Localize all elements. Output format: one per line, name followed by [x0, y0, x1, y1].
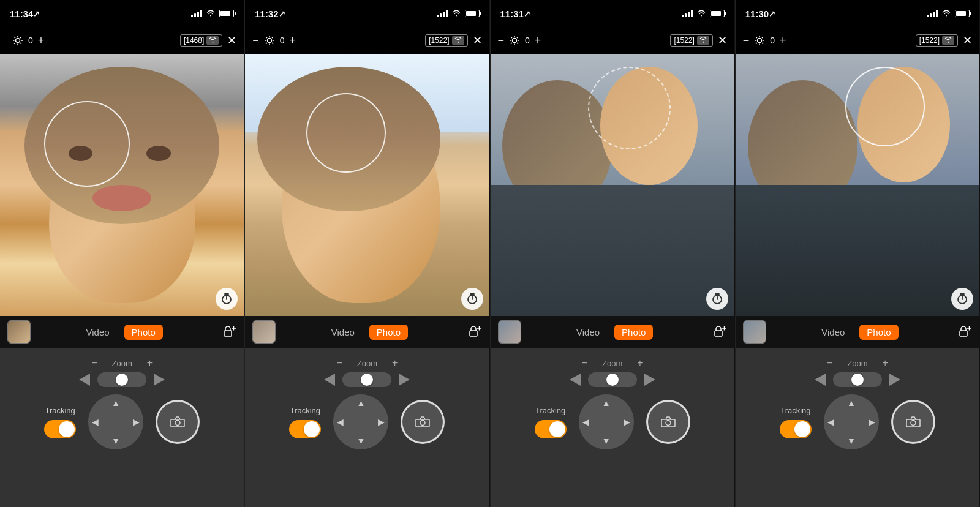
status-bar-3: 11:31 ↗ [491, 0, 734, 27]
joystick-pad-3[interactable]: ▲ ▼ ◀ ▶ [579, 394, 634, 449]
minus-btn-4[interactable]: − [743, 34, 750, 47]
wifi-icon-4 [941, 9, 951, 18]
phone-panel-4: 11:30 ↗ [736, 0, 980, 507]
zoom-plus-3[interactable]: + [637, 358, 643, 369]
zoom-track-1[interactable] [97, 372, 146, 387]
zoom-arrow-left-4 [815, 374, 826, 386]
minus-btn-2[interactable]: − [252, 34, 259, 47]
shutter-button-3[interactable] [646, 400, 690, 444]
photo-mode-btn-2[interactable]: Photo [369, 325, 408, 340]
joystick-pad-4[interactable]: ▲ ▼ ◀ ▶ [824, 394, 879, 449]
joystick-left-4: ◀ [827, 417, 834, 427]
thumbnail-3[interactable] [498, 320, 521, 344]
close-button-3[interactable]: ✕ [718, 34, 727, 47]
zoom-track-4[interactable] [833, 372, 882, 387]
zoom-arrow-left-1 [79, 374, 90, 386]
shutter-button-4[interactable] [891, 400, 935, 444]
zoom-slider-1[interactable] [79, 372, 165, 387]
video-mode-btn-4[interactable]: Video [816, 325, 850, 340]
close-button-1[interactable]: ✕ [227, 34, 236, 47]
joystick-right-4: ▶ [869, 417, 875, 427]
svg-line-55 [762, 37, 763, 38]
joystick-pad-1[interactable]: ▲ ▼ ◀ ▶ [88, 394, 143, 449]
timer-button-3[interactable] [706, 288, 728, 310]
zoom-slider-3[interactable] [570, 372, 655, 387]
minus-btn-3[interactable]: − [498, 34, 505, 47]
shutter-button-2[interactable] [401, 400, 445, 444]
zoom-minus-1[interactable]: − [91, 358, 97, 369]
joystick-left-3: ◀ [582, 417, 589, 427]
zoom-thumb-4 [851, 374, 864, 386]
plus-btn-3[interactable]: + [535, 34, 541, 47]
lock-plus-icon-4 [955, 322, 972, 342]
joystick-right-3: ▶ [624, 417, 630, 427]
joystick-down-3: ▼ [602, 436, 611, 446]
zoom-plus-2[interactable]: + [392, 358, 398, 369]
zoom-add-button-2[interactable] [465, 322, 482, 342]
zoom-minus-3[interactable]: − [582, 358, 587, 369]
zoom-track-2[interactable] [342, 372, 391, 387]
zoom-slider-2[interactable] [324, 372, 410, 387]
photo-mode-btn-4[interactable]: Photo [859, 325, 898, 340]
video-mode-btn-1[interactable]: Video [81, 325, 114, 340]
shutter-button-1[interactable] [156, 400, 200, 444]
tracking-toggle-1[interactable] [44, 420, 76, 438]
tracking-circle-1 [44, 101, 130, 187]
svg-line-38 [517, 43, 518, 44]
brightness-value-4: 0 [770, 36, 775, 45]
joystick-arrows-3: ▲ ▼ ◀ ▶ [579, 394, 634, 449]
thumbnail-1[interactable] [7, 320, 31, 344]
plus-btn-1[interactable]: + [38, 34, 45, 47]
zoom-add-button-3[interactable] [710, 322, 727, 342]
svg-line-54 [762, 43, 763, 44]
timer-button-1[interactable] [216, 288, 238, 310]
svg-point-31 [420, 421, 425, 426]
action-row-4: Tracking ▲ ▼ ◀ ▶ [736, 394, 979, 449]
action-row-1: Tracking ▲ ▼ ◀ ▶ [0, 394, 244, 449]
location-icon-4: ↗ [769, 9, 775, 18]
bottom-controls-1: − Zoom + Tracking [0, 348, 244, 507]
sun-icon-3 [509, 35, 520, 46]
close-button-2[interactable]: ✕ [473, 34, 482, 47]
joystick-down-1: ▼ [111, 436, 120, 446]
wifi-icon-3 [696, 9, 706, 18]
close-button-4[interactable]: ✕ [963, 34, 972, 47]
zoom-add-button-4[interactable] [955, 322, 972, 342]
zoom-slider-4[interactable] [815, 372, 900, 387]
plus-btn-2[interactable]: + [290, 34, 296, 47]
zoom-control-2: − Zoom + [245, 358, 489, 387]
timer-button-2[interactable] [461, 288, 483, 310]
zoom-minus-2[interactable]: − [336, 358, 342, 369]
signal-icon-1 [191, 10, 202, 17]
camera-view-2 [245, 54, 489, 316]
zoom-track-3[interactable] [588, 372, 637, 387]
plus-btn-4[interactable]: + [780, 34, 786, 47]
joystick-arrows-2: ▲ ▼ ◀ ▶ [333, 394, 388, 449]
wifi-icon-2 [451, 9, 461, 18]
photo-mode-btn-3[interactable]: Photo [614, 325, 653, 340]
zoom-plus-4[interactable]: + [882, 358, 888, 369]
bottom-controls-2: − Zoom + Tracking [245, 348, 489, 507]
video-mode-btn-3[interactable]: Video [571, 325, 605, 340]
status-time-2: 11:32 [255, 9, 278, 19]
camera-scene-1 [0, 54, 244, 316]
zoom-arrow-right-4 [889, 374, 900, 386]
zoom-plus-1[interactable]: + [147, 358, 153, 369]
joystick-pad-2[interactable]: ▲ ▼ ◀ ▶ [333, 394, 388, 449]
zoom-minus-4[interactable]: − [827, 358, 832, 369]
thumbnail-2[interactable] [252, 320, 276, 344]
brightness-value-3: 0 [525, 36, 530, 45]
svg-point-16 [267, 39, 271, 43]
photo-mode-btn-1[interactable]: Photo [124, 325, 163, 340]
tracking-toggle-3[interactable] [535, 420, 567, 438]
zoom-add-button-1[interactable] [219, 322, 236, 342]
location-icon-2: ↗ [279, 9, 285, 18]
video-mode-btn-2[interactable]: Video [326, 325, 360, 340]
tracking-circle-3 [588, 67, 671, 149]
thumbnail-4[interactable] [743, 320, 766, 344]
tracking-toggle-4[interactable] [780, 420, 812, 438]
timer-button-4[interactable] [951, 288, 973, 310]
zoom-arrow-right-1 [154, 374, 165, 386]
tracking-toggle-2[interactable] [289, 420, 321, 438]
signal-icon-3 [682, 10, 693, 17]
